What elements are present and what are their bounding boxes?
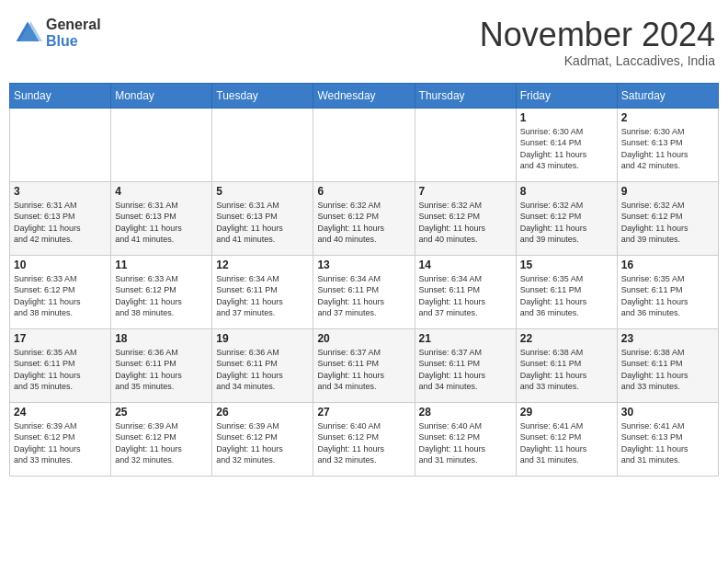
calendar-cell: 27Sunrise: 6:40 AM Sunset: 6:12 PM Dayli… (313, 402, 415, 476)
calendar-cell: 12Sunrise: 6:34 AM Sunset: 6:11 PM Dayli… (212, 255, 313, 328)
day-number: 16 (621, 259, 714, 271)
day-info: Sunrise: 6:34 AM Sunset: 6:11 PM Dayligh… (419, 273, 512, 319)
calendar-cell: 3Sunrise: 6:31 AM Sunset: 6:13 PM Daylig… (10, 181, 111, 255)
day-number: 12 (216, 259, 309, 271)
calendar-cell: 25Sunrise: 6:39 AM Sunset: 6:12 PM Dayli… (111, 402, 212, 476)
day-info: Sunrise: 6:30 AM Sunset: 6:14 PM Dayligh… (520, 126, 613, 172)
calendar-cell: 16Sunrise: 6:35 AM Sunset: 6:11 PM Dayli… (617, 255, 718, 328)
calendar-header-wednesday: Wednesday (313, 83, 415, 108)
day-info: Sunrise: 6:35 AM Sunset: 6:11 PM Dayligh… (621, 273, 714, 319)
calendar-cell: 20Sunrise: 6:37 AM Sunset: 6:11 PM Dayli… (313, 328, 415, 402)
calendar-cell: 29Sunrise: 6:41 AM Sunset: 6:12 PM Dayli… (516, 402, 617, 476)
calendar-week-row: 1Sunrise: 6:30 AM Sunset: 6:14 PM Daylig… (10, 108, 719, 181)
day-number: 6 (317, 185, 410, 198)
day-number: 27 (317, 406, 410, 419)
day-number: 30 (621, 406, 714, 419)
day-number: 7 (419, 185, 512, 198)
day-number: 28 (419, 406, 512, 419)
calendar-cell: 1Sunrise: 6:30 AM Sunset: 6:14 PM Daylig… (516, 108, 617, 181)
calendar-week-row: 24Sunrise: 6:39 AM Sunset: 6:12 PM Dayli… (10, 402, 719, 476)
day-info: Sunrise: 6:32 AM Sunset: 6:12 PM Dayligh… (419, 200, 512, 246)
day-info: Sunrise: 6:31 AM Sunset: 6:13 PM Dayligh… (14, 200, 107, 246)
day-info: Sunrise: 6:37 AM Sunset: 6:11 PM Dayligh… (317, 347, 410, 393)
day-number: 17 (14, 332, 107, 345)
day-number: 9 (621, 185, 714, 198)
logo-blue-text: Blue (46, 33, 101, 50)
day-info: Sunrise: 6:35 AM Sunset: 6:11 PM Dayligh… (520, 273, 613, 319)
logo: General Blue (13, 17, 101, 49)
day-info: Sunrise: 6:32 AM Sunset: 6:12 PM Dayligh… (317, 200, 410, 246)
calendar-cell (313, 108, 415, 181)
day-info: Sunrise: 6:39 AM Sunset: 6:12 PM Dayligh… (115, 420, 208, 466)
day-number: 29 (520, 406, 613, 419)
calendar-header-monday: Monday (111, 83, 212, 108)
calendar-cell: 23Sunrise: 6:38 AM Sunset: 6:11 PM Dayli… (617, 328, 718, 402)
day-number: 10 (14, 259, 107, 271)
day-number: 4 (115, 185, 208, 198)
day-info: Sunrise: 6:34 AM Sunset: 6:11 PM Dayligh… (216, 273, 309, 319)
day-number: 8 (520, 185, 613, 198)
day-info: Sunrise: 6:31 AM Sunset: 6:13 PM Dayligh… (216, 200, 309, 246)
month-title: November 2024 (480, 17, 715, 53)
calendar-cell: 8Sunrise: 6:32 AM Sunset: 6:12 PM Daylig… (516, 181, 617, 255)
day-info: Sunrise: 6:36 AM Sunset: 6:11 PM Dayligh… (115, 347, 208, 393)
day-info: Sunrise: 6:31 AM Sunset: 6:13 PM Dayligh… (115, 200, 208, 246)
day-info: Sunrise: 6:39 AM Sunset: 6:12 PM Dayligh… (216, 420, 309, 466)
calendar-week-row: 17Sunrise: 6:35 AM Sunset: 6:11 PM Dayli… (10, 328, 719, 402)
day-number: 20 (317, 332, 410, 345)
day-info: Sunrise: 6:41 AM Sunset: 6:12 PM Dayligh… (520, 420, 613, 466)
day-info: Sunrise: 6:32 AM Sunset: 6:12 PM Dayligh… (621, 200, 714, 246)
calendar-cell: 13Sunrise: 6:34 AM Sunset: 6:11 PM Dayli… (313, 255, 415, 328)
day-number: 21 (419, 332, 512, 345)
calendar-cell: 6Sunrise: 6:32 AM Sunset: 6:12 PM Daylig… (313, 181, 415, 255)
logo-text: General Blue (46, 17, 101, 49)
day-number: 22 (520, 332, 613, 345)
calendar-cell: 14Sunrise: 6:34 AM Sunset: 6:11 PM Dayli… (415, 255, 516, 328)
day-info: Sunrise: 6:32 AM Sunset: 6:12 PM Dayligh… (520, 200, 613, 246)
calendar-cell (111, 108, 212, 181)
calendar-cell: 21Sunrise: 6:37 AM Sunset: 6:11 PM Dayli… (415, 328, 516, 402)
calendar-cell: 30Sunrise: 6:41 AM Sunset: 6:13 PM Dayli… (617, 402, 718, 476)
day-number: 18 (115, 332, 208, 345)
calendar-cell: 22Sunrise: 6:38 AM Sunset: 6:11 PM Dayli… (516, 328, 617, 402)
day-info: Sunrise: 6:36 AM Sunset: 6:11 PM Dayligh… (216, 347, 309, 393)
calendar-table: SundayMondayTuesdayWednesdayThursdayFrid… (9, 83, 719, 477)
calendar-cell: 24Sunrise: 6:39 AM Sunset: 6:12 PM Dayli… (10, 402, 111, 476)
day-number: 25 (115, 406, 208, 419)
calendar-week-row: 10Sunrise: 6:33 AM Sunset: 6:12 PM Dayli… (10, 255, 719, 328)
calendar-header-thursday: Thursday (415, 83, 516, 108)
day-info: Sunrise: 6:33 AM Sunset: 6:12 PM Dayligh… (115, 273, 208, 319)
calendar-header-row: SundayMondayTuesdayWednesdayThursdayFrid… (10, 83, 719, 108)
calendar-cell: 10Sunrise: 6:33 AM Sunset: 6:12 PM Dayli… (10, 255, 111, 328)
calendar-week-row: 3Sunrise: 6:31 AM Sunset: 6:13 PM Daylig… (10, 181, 719, 255)
day-number: 3 (14, 185, 107, 198)
day-number: 15 (520, 259, 613, 271)
day-info: Sunrise: 6:33 AM Sunset: 6:12 PM Dayligh… (14, 273, 107, 319)
day-number: 5 (216, 185, 309, 198)
calendar-cell (212, 108, 313, 181)
calendar-cell (415, 108, 516, 181)
day-number: 1 (520, 111, 613, 124)
page-header: General Blue November 2024 Kadmat, Lacca… (9, 9, 719, 75)
calendar-header-saturday: Saturday (617, 83, 718, 108)
day-number: 2 (621, 111, 714, 124)
location-text: Kadmat, Laccadives, India (480, 53, 715, 68)
title-block: November 2024 Kadmat, Laccadives, India (480, 17, 715, 68)
calendar-cell: 5Sunrise: 6:31 AM Sunset: 6:13 PM Daylig… (212, 181, 313, 255)
day-info: Sunrise: 6:38 AM Sunset: 6:11 PM Dayligh… (621, 347, 714, 393)
day-info: Sunrise: 6:34 AM Sunset: 6:11 PM Dayligh… (317, 273, 410, 319)
calendar-cell: 9Sunrise: 6:32 AM Sunset: 6:12 PM Daylig… (617, 181, 718, 255)
day-number: 14 (419, 259, 512, 271)
calendar-cell: 19Sunrise: 6:36 AM Sunset: 6:11 PM Dayli… (212, 328, 313, 402)
calendar-header-sunday: Sunday (10, 83, 111, 108)
day-info: Sunrise: 6:38 AM Sunset: 6:11 PM Dayligh… (520, 347, 613, 393)
calendar-cell: 18Sunrise: 6:36 AM Sunset: 6:11 PM Dayli… (111, 328, 212, 402)
calendar-cell: 11Sunrise: 6:33 AM Sunset: 6:12 PM Dayli… (111, 255, 212, 328)
calendar-cell (10, 108, 111, 181)
day-number: 11 (115, 259, 208, 271)
day-info: Sunrise: 6:41 AM Sunset: 6:13 PM Dayligh… (621, 420, 714, 466)
day-info: Sunrise: 6:37 AM Sunset: 6:11 PM Dayligh… (419, 347, 512, 393)
day-number: 19 (216, 332, 309, 345)
logo-general-text: General (46, 17, 101, 33)
calendar-cell: 4Sunrise: 6:31 AM Sunset: 6:13 PM Daylig… (111, 181, 212, 255)
